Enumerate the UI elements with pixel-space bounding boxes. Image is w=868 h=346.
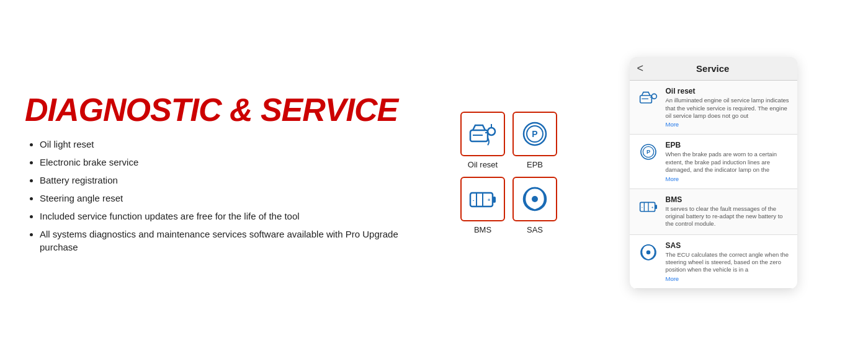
features-list: Oil light resetElectronic brake serviceB… [25,138,434,254]
service-item: Oil resetAn illuminated engine oil servi… [630,81,797,135]
service-list: Oil resetAn illuminated engine oil servi… [630,81,797,288]
service-desc: An illuminated engine oil service lamp i… [666,97,790,120]
service-text: Oil resetAn illuminated engine oil servi… [666,87,790,128]
epb-label: EPB [527,160,543,169]
svg-rect-6 [493,197,496,203]
main-container: DIAGNOSTIC & SERVICE Oil light resetElec… [0,0,868,346]
service-more-link[interactable]: More [666,175,790,182]
svg-point-14 [651,94,656,99]
svg-point-1 [488,128,495,135]
service-name: BMS [666,195,790,204]
feature-item: Battery registration [40,174,434,187]
svg-point-12 [532,196,538,202]
svg-rect-19 [655,205,656,209]
svg-text:-: - [473,197,475,203]
service-desc: It serves to clear the fault messages of… [666,205,790,228]
service-item: SASThe ECU calculates the correct angle … [630,235,797,289]
service-text: EPBWhen the brake pads are worn to a cer… [666,141,790,182]
icon-item-epb: P EPB [512,112,557,169]
svg-text:P: P [532,129,537,139]
svg-text:+: + [488,197,491,203]
feature-item: Steering angle reset [40,192,434,205]
service-desc: The ECU calculates the correct angle whe… [666,251,790,274]
icon-item-oil-reset: Oil reset [460,112,505,169]
svg-text:P: P [646,149,650,156]
phone-header: < Service [630,57,797,81]
back-button[interactable]: < [637,62,644,75]
icon-item-sas: SAS [512,177,557,234]
oil-reset-label: Oil reset [468,160,498,169]
service-more-link[interactable]: More [666,275,790,282]
service-item: PEPBWhen the brake pads are worn to a ce… [630,135,797,189]
bms-icon: - + [468,184,498,214]
sas-icon-box [512,177,557,221]
bms-icon-box: - + [460,177,505,221]
service-more-link[interactable]: More [666,121,790,128]
service-text: SASThe ECU calculates the correct angle … [666,241,790,282]
sas-label: SAS [527,225,543,234]
svg-text:+: + [651,205,653,208]
service-icon-oil-reset [637,87,660,109]
epb-icon-box: P [512,112,557,156]
epb-icon: P [520,119,550,149]
middle-section: Oil reset P EPB [447,112,571,234]
feature-item: All systems diagnostics and maintenance … [40,228,434,254]
feature-item: Electronic brake service [40,156,434,169]
service-icon-sas [637,241,660,264]
svg-text:-: - [642,205,643,208]
service-name: Oil reset [666,87,790,95]
sas-icon [520,184,550,214]
service-item: -+BMSIt serves to clear the fault messag… [630,189,797,235]
left-section: DIAGNOSTIC & SERVICE Oil light resetElec… [25,92,434,254]
service-desc: When the brake pads are worn to a certai… [666,151,790,174]
service-text: BMSIt serves to clear the fault messages… [666,195,790,228]
bms-label: BMS [474,225,491,234]
right-section: < Service Oil resetAn illuminated engine… [583,57,843,288]
phone-mockup: < Service Oil resetAn illuminated engine… [630,57,797,288]
page-title: DIAGNOSTIC & SERVICE [25,92,434,128]
feature-item: Included service function updates are fr… [40,210,434,223]
service-name: EPB [666,141,790,149]
phone-title: Service [648,63,789,74]
service-icon-bms: -+ [637,195,660,218]
oil-reset-icon [468,119,498,149]
service-name: SAS [666,241,790,250]
feature-item: Oil light reset [40,138,434,151]
service-icon-epb: P [637,141,660,163]
oil-reset-icon-box [460,112,505,156]
svg-point-25 [646,250,650,254]
icon-grid: Oil reset P EPB [460,112,557,234]
icon-item-bms: - + BMS [460,177,505,234]
